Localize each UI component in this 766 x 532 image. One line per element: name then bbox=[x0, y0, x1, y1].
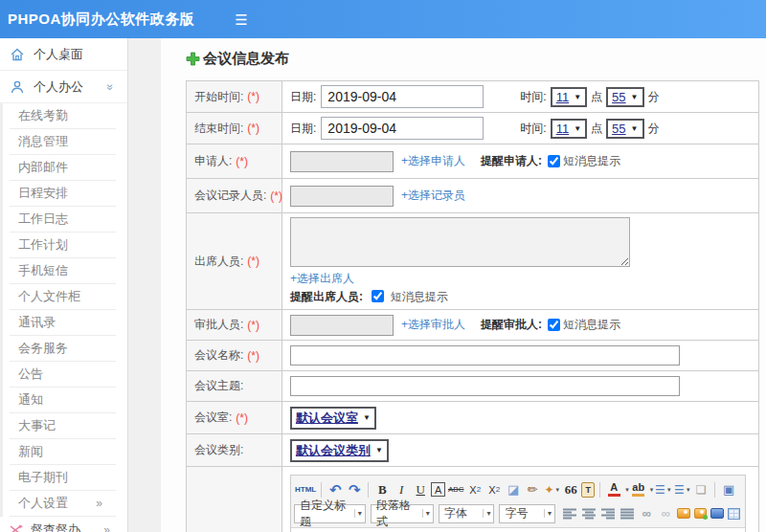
field-label: 会议主题: bbox=[187, 371, 282, 401]
choose-approver-link[interactable]: +选择审批人 bbox=[401, 317, 465, 333]
sidebar-item-news[interactable]: 新闻 bbox=[10, 439, 116, 465]
sidebar-item-online-attendance[interactable]: 在线考勤 bbox=[10, 103, 116, 129]
html-source-button[interactable]: HTML bbox=[295, 480, 316, 499]
redo-button[interactable]: ↷ bbox=[346, 480, 363, 499]
meeting-room-select[interactable]: 默认会议室 ▼ bbox=[290, 407, 376, 430]
meeting-subject-input[interactable] bbox=[290, 376, 680, 396]
fullscreen-button[interactable]: ▣ bbox=[720, 480, 737, 499]
bold-button[interactable]: B bbox=[373, 480, 391, 499]
caret-down-icon: ▾ bbox=[483, 509, 490, 518]
required-mark: (*) bbox=[247, 319, 259, 332]
sidebar-item-meeting-service[interactable]: 会务服务 bbox=[10, 336, 116, 362]
blockquote-button[interactable]: 66 bbox=[562, 480, 579, 499]
font-color-button[interactable]: A bbox=[605, 480, 622, 499]
sidebar-item-sms[interactable]: 手机短信 bbox=[10, 258, 116, 284]
chevron-right-icon: » bbox=[96, 497, 102, 510]
paragraph-format-select[interactable]: 段落格式▾ bbox=[371, 504, 434, 523]
sidebar-item-notice[interactable]: 通知 bbox=[10, 388, 116, 413]
unlink-button[interactable]: ∞ bbox=[657, 504, 674, 523]
form-row-meeting-content: HTML ↶ ↷ B I U A ABC bbox=[187, 467, 758, 532]
toolbar-separator bbox=[599, 482, 600, 498]
sidebar-item-label: 消息管理 bbox=[18, 133, 68, 150]
sidebar-item-personal-file-cabinet[interactable]: 个人文件柜 bbox=[10, 284, 116, 310]
sidebar-item-label: 个人设置 bbox=[18, 495, 68, 512]
new-page-button[interactable]: ❏ bbox=[692, 480, 710, 499]
font-size-select[interactable]: 字号▾ bbox=[499, 504, 555, 523]
hamburger-menu-icon[interactable]: ☰ bbox=[235, 12, 247, 27]
insert-table-button[interactable] bbox=[728, 508, 740, 520]
heading-select[interactable]: 自定义标题▾ bbox=[294, 504, 366, 523]
sidebar-item-internal-mail[interactable]: 内部邮件 bbox=[10, 155, 116, 181]
start-minute-select[interactable]: 55▼ bbox=[606, 87, 643, 107]
approver-input[interactable] bbox=[290, 315, 394, 336]
hour-unit: 点 bbox=[591, 121, 602, 137]
ordered-list-button[interactable]: ☰▾ bbox=[654, 480, 671, 499]
sidebar-item-contacts[interactable]: 通讯录 bbox=[10, 310, 116, 336]
sidebar-item-supervision[interactable]: 督查督办 » bbox=[0, 517, 127, 532]
editor-content-area[interactable] bbox=[291, 528, 745, 532]
underline-button[interactable]: U bbox=[412, 480, 429, 499]
end-hour-select[interactable]: 11▼ bbox=[551, 119, 587, 139]
choose-applicant-link[interactable]: +选择申请人 bbox=[401, 153, 465, 169]
italic-button[interactable]: I bbox=[393, 480, 410, 499]
sidebar-item-e-journal[interactable]: 电子期刊 bbox=[10, 465, 116, 491]
choose-attendees-link[interactable]: +选择出席人 bbox=[290, 271, 354, 287]
subscript-button[interactable]: X2 bbox=[485, 480, 503, 499]
date-label: 日期: bbox=[290, 121, 316, 137]
sidebar-item-work-log[interactable]: 工作日志 bbox=[10, 207, 116, 233]
insert-media-button[interactable] bbox=[710, 508, 724, 519]
sidebar-item-memorabilia[interactable]: 大事记 bbox=[10, 413, 116, 439]
end-minute-select[interactable]: 55▼ bbox=[606, 119, 643, 139]
align-justify-button[interactable] bbox=[619, 504, 636, 523]
toolbar-separator bbox=[321, 482, 322, 498]
meeting-name-input[interactable] bbox=[290, 345, 680, 366]
format-painter-button[interactable]: ✏ bbox=[524, 480, 541, 499]
applicant-input[interactable] bbox=[290, 151, 394, 172]
main-content: 会议信息发布 开始时间: (*) 日期: 时间: 11▼ 点 55▼ bbox=[128, 38, 766, 532]
field-content: 日期: 时间: 11▼ 点 55▼ 分 bbox=[282, 81, 758, 112]
field-label: 会议名称: (*) bbox=[187, 341, 282, 370]
start-hour-select[interactable]: 11▼ bbox=[551, 87, 587, 107]
required-mark: (*) bbox=[236, 411, 248, 425]
applicant-sms-checkbox[interactable] bbox=[548, 155, 560, 167]
sidebar-item-personal-desktop[interactable]: 个人桌面 bbox=[0, 38, 127, 71]
sidebar-item-personal-settings[interactable]: 个人设置 » bbox=[10, 491, 116, 517]
start-date-input[interactable] bbox=[321, 85, 484, 108]
superscript-button[interactable]: X2 bbox=[466, 480, 484, 499]
recorder-input[interactable] bbox=[290, 186, 394, 207]
sidebar-item-label: 新闻 bbox=[18, 443, 43, 460]
remove-format-button[interactable]: ◪ bbox=[505, 480, 522, 499]
form-row-attendees: 出席人员: (*) +选择出席人 提醒出席人员: 短消息提示 bbox=[187, 213, 758, 310]
font-family-select[interactable]: 字体▾ bbox=[439, 504, 495, 523]
form-row-start-time: 开始时间: (*) 日期: 时间: 11▼ 点 55▼ 分 bbox=[187, 81, 758, 113]
sidebar-item-personal-office[interactable]: 个人办公 » bbox=[0, 71, 127, 103]
paste-button[interactable]: T bbox=[581, 482, 595, 498]
align-center-button[interactable] bbox=[580, 504, 597, 523]
unordered-list-button[interactable]: ☰▾ bbox=[673, 480, 690, 499]
meeting-category-select[interactable]: 默认会议类别 ▼ bbox=[290, 439, 389, 462]
insert-image-button[interactable] bbox=[677, 508, 690, 519]
sidebar-item-announcement[interactable]: 公告 bbox=[10, 362, 116, 388]
attendees-sms-checkbox[interactable] bbox=[372, 290, 384, 302]
align-left-button[interactable] bbox=[561, 504, 578, 523]
strikethrough-button[interactable]: ABC bbox=[447, 480, 464, 499]
field-content: +选择出席人 提醒出席人员: 短消息提示 bbox=[282, 213, 758, 309]
align-justify-icon bbox=[620, 508, 635, 520]
sidebar-item-message-management[interactable]: 消息管理 bbox=[10, 129, 116, 155]
highlight-color-button[interactable]: ab bbox=[630, 480, 647, 499]
sidebar-item-label: 个人文件柜 bbox=[18, 288, 80, 305]
sidebar-item-schedule[interactable]: 日程安排 bbox=[10, 181, 116, 207]
upload-image-button[interactable] bbox=[694, 508, 708, 519]
sidebar-item-label: 内部邮件 bbox=[18, 159, 68, 176]
approver-sms-checkbox[interactable] bbox=[548, 319, 560, 331]
undo-button[interactable]: ↶ bbox=[327, 480, 344, 499]
caret-down-icon: ▾ bbox=[687, 486, 690, 494]
sidebar-item-work-plan[interactable]: 工作计划 bbox=[10, 233, 116, 258]
end-date-input[interactable] bbox=[321, 117, 484, 140]
font-style-button[interactable]: A bbox=[431, 482, 445, 497]
align-right-button[interactable] bbox=[599, 504, 617, 523]
choose-recorder-link[interactable]: +选择记录员 bbox=[401, 188, 465, 204]
quick-format-button[interactable]: ✦▾ bbox=[543, 480, 560, 499]
attendees-textarea[interactable] bbox=[290, 217, 630, 267]
insert-link-button[interactable]: ∞ bbox=[638, 504, 655, 523]
